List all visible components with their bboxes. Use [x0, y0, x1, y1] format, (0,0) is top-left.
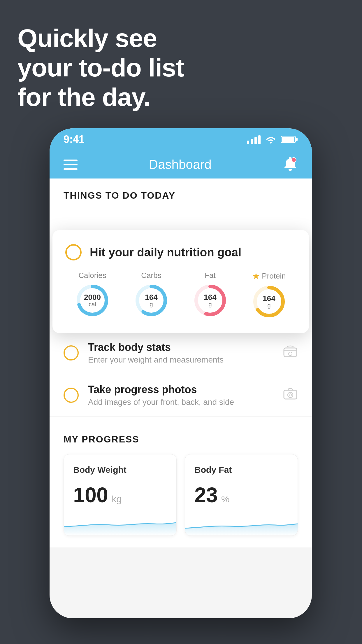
nutrition-carbs: Carbs 164 g [134, 271, 169, 319]
body-weight-card[interactable]: Body Weight 100 kg [64, 454, 177, 536]
things-to-do-header: THINGS TO DO TODAY [50, 178, 312, 208]
phone-mockup: 9:41 Dashboard [50, 128, 312, 618]
nutrition-card: Hit your daily nutrition goal Calories 2 [52, 230, 309, 333]
protein-label: ★Protein [252, 271, 286, 281]
protein-unit: g [263, 302, 275, 309]
progress-title: MY PROGRESS [64, 434, 298, 445]
fat-value: 164 [204, 293, 216, 301]
carbs-label: Carbs [141, 271, 161, 280]
svg-rect-2 [296, 138, 298, 141]
task-progress-photos[interactable]: Take progress photos Add images of your … [50, 374, 312, 416]
hamburger-menu[interactable] [64, 160, 78, 170]
photos-info: Take progress photos Add images of your … [88, 384, 273, 407]
body-stats-name: Track body stats [88, 341, 273, 354]
navbar: Dashboard [50, 150, 312, 178]
body-weight-label: Body Weight [73, 465, 167, 475]
app-content: THINGS TO DO TODAY Hit your daily nutrit… [50, 178, 312, 547]
protein-donut: 164 g [252, 284, 287, 319]
svg-point-15 [289, 352, 292, 356]
nutrition-card-title-row: Hit your daily nutrition goal [65, 244, 296, 260]
photos-desc: Add images of your front, back, and side [88, 398, 273, 407]
svg-point-17 [288, 392, 293, 398]
fat-donut: 164 g [193, 283, 228, 318]
notification-bell[interactable] [283, 156, 298, 173]
body-fat-unit: % [221, 494, 229, 505]
nutrition-card-title: Hit your daily nutrition goal [90, 246, 241, 259]
calories-unit: cal [84, 301, 101, 308]
calories-value: 2000 [84, 293, 101, 301]
nutrition-fat: Fat 164 g [193, 271, 228, 319]
photo-icon [283, 387, 298, 404]
body-weight-value-row: 100 kg [73, 483, 167, 507]
battery-icon [281, 135, 298, 144]
status-bar: 9:41 [50, 128, 312, 150]
svg-point-3 [291, 158, 296, 162]
carbs-donut: 164 g [134, 283, 169, 318]
body-fat-chart [185, 515, 298, 536]
body-weight-chart [64, 515, 176, 536]
fat-unit: g [204, 301, 216, 308]
progress-section: MY PROGRESS Body Weight 100 kg [50, 416, 312, 547]
body-weight-unit: kg [112, 494, 122, 505]
body-stats-info: Track body stats Enter your weight and m… [88, 341, 273, 365]
signal-icon [247, 135, 261, 144]
nutrition-row: Calories 2000 cal [65, 271, 296, 319]
task-body-stats[interactable]: Track body stats Enter your weight and m… [50, 332, 312, 374]
protein-value: 164 [263, 295, 275, 302]
progress-cards: Body Weight 100 kg [64, 454, 298, 536]
nutrition-calories: Calories 2000 cal [75, 271, 110, 319]
body-stats-check-circle[interactable] [64, 345, 79, 360]
star-icon: ★ [252, 271, 260, 281]
svg-point-18 [289, 394, 291, 396]
headline-line2: your to-do list [17, 53, 184, 82]
body-fat-card[interactable]: Body Fat 23 % [185, 454, 298, 536]
body-fat-value-row: 23 % [194, 483, 288, 507]
body-fat-number: 23 [194, 483, 218, 507]
app-headline: Quickly see your to-do list for the day. [17, 23, 184, 112]
body-fat-label: Body Fat [194, 465, 288, 475]
svg-rect-1 [282, 137, 294, 142]
status-icons [247, 135, 298, 144]
nutrition-check-circle[interactable] [65, 244, 82, 260]
headline-line3: for the day. [17, 83, 150, 111]
body-weight-number: 100 [73, 483, 108, 507]
carbs-unit: g [145, 301, 157, 308]
body-stats-desc: Enter your weight and measurements [88, 355, 273, 365]
calories-donut: 2000 cal [75, 283, 110, 318]
photos-name: Take progress photos [88, 384, 273, 396]
time-display: 9:41 [64, 133, 85, 146]
scale-icon [283, 344, 298, 361]
navbar-title: Dashboard [149, 157, 211, 172]
fat-label: Fat [205, 271, 216, 280]
nutrition-protein: ★Protein 164 g [252, 271, 287, 319]
headline-line1: Quickly see [17, 24, 157, 52]
carbs-value: 164 [145, 293, 157, 301]
calories-label: Calories [78, 271, 106, 280]
photos-check-circle[interactable] [64, 388, 79, 403]
wifi-icon [265, 135, 276, 144]
